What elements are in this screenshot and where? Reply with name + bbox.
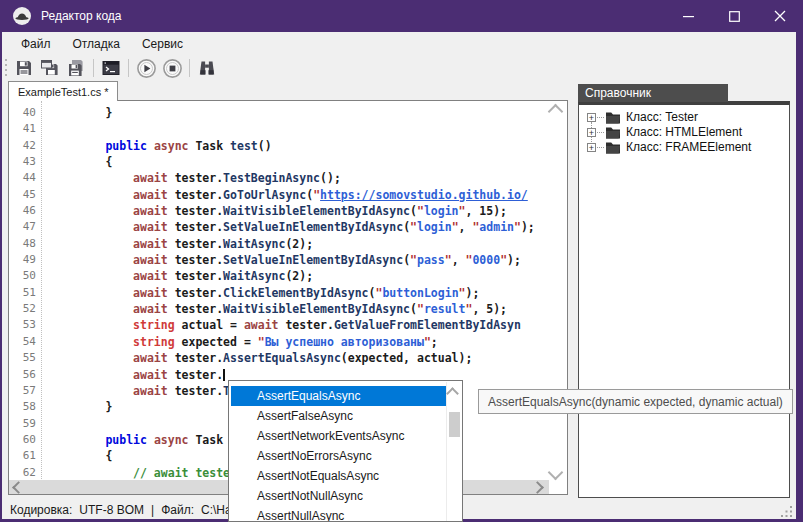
run-icon bbox=[136, 58, 157, 79]
line-number: 59 bbox=[9, 416, 41, 432]
stop-button[interactable] bbox=[159, 57, 185, 79]
autocomplete-list: AssertEqualsAsyncAssertFalseAsyncAssertN… bbox=[231, 386, 448, 522]
code-line: await tester.AssertEqualsAsync(expected,… bbox=[50, 350, 575, 366]
console-icon bbox=[101, 58, 121, 78]
toolbar bbox=[2, 56, 796, 80]
encoding-value: UTF-8 BOM bbox=[79, 503, 144, 517]
line-number: 44 bbox=[9, 170, 41, 186]
autocomplete-scrollbar[interactable] bbox=[446, 382, 461, 522]
menu-bar: ФайлОтладкаСервис bbox=[2, 32, 796, 56]
code-line: { bbox=[50, 154, 575, 170]
save-all-button[interactable] bbox=[63, 57, 89, 79]
line-number: 56 bbox=[9, 367, 41, 383]
line-number: 52 bbox=[9, 301, 41, 317]
code-line: string actual = await tester.GetValueFro… bbox=[50, 317, 575, 333]
code-line: string expected = "Вы успешно авторизова… bbox=[50, 334, 575, 350]
console-button[interactable] bbox=[98, 57, 124, 79]
document-tab[interactable]: ExampleTest1.cs * bbox=[8, 81, 118, 101]
line-number: 54 bbox=[9, 334, 41, 350]
maximize-button[interactable] bbox=[711, 0, 757, 32]
minimize-button[interactable] bbox=[665, 0, 711, 32]
close-icon bbox=[774, 10, 786, 22]
line-number: 51 bbox=[9, 285, 41, 301]
folder-icon bbox=[605, 111, 621, 124]
scroll-up-icon[interactable] bbox=[446, 387, 459, 400]
line-number: 55 bbox=[9, 350, 41, 366]
reference-panel: + Класс: Tester+ Класс: HTMLElement+ Кла… bbox=[578, 101, 790, 498]
close-button[interactable] bbox=[757, 0, 803, 32]
document-tab-label: ExampleTest1.cs * bbox=[18, 86, 108, 98]
line-number: 45 bbox=[9, 187, 41, 203]
code-line: await tester.WaitAsync(2); bbox=[50, 268, 575, 284]
resize-grip-icon[interactable] bbox=[781, 506, 793, 518]
code-line: await tester.WaitAsync(2); bbox=[50, 236, 575, 252]
save-all-icon bbox=[66, 58, 86, 78]
tree-item[interactable]: + Класс: HTMLElement bbox=[579, 125, 789, 140]
line-number: 61 bbox=[9, 448, 41, 464]
code-line: await tester.SetValueInElementByIdAsync(… bbox=[50, 219, 575, 235]
save-icon bbox=[14, 58, 34, 78]
find-icon bbox=[197, 58, 217, 78]
menu-item[interactable]: Отладка bbox=[62, 33, 131, 55]
tree-item-label: Класс: HTMLElement bbox=[626, 125, 742, 140]
line-number: 46 bbox=[9, 203, 41, 219]
run-button[interactable] bbox=[133, 57, 159, 79]
line-number: 50 bbox=[9, 268, 41, 284]
menu-item[interactable]: Сервис bbox=[131, 33, 194, 55]
tree-connector bbox=[597, 132, 604, 133]
autocomplete-item[interactable]: AssertNotEqualsAsync bbox=[231, 466, 448, 486]
app-window: Редактор кода ФайлОтладкаСервис bbox=[0, 0, 803, 522]
line-number-gutter: 4041424344454647484950515253545556575859… bbox=[9, 101, 42, 483]
toolbar-separator bbox=[189, 59, 190, 77]
code-line: await tester.WaitVisibleElementByIdAsync… bbox=[50, 203, 575, 219]
save-button[interactable] bbox=[11, 57, 37, 79]
title-bar[interactable]: Редактор кода bbox=[0, 0, 803, 32]
tree-item-label: Класс: FRAMEElement bbox=[626, 140, 751, 155]
reference-panel-header[interactable]: Справочник bbox=[578, 84, 728, 102]
line-number: 43 bbox=[9, 154, 41, 170]
toolbar-separator bbox=[93, 59, 94, 77]
toolbar-grip[interactable] bbox=[5, 59, 7, 77]
find-button[interactable] bbox=[194, 57, 220, 79]
text-caret bbox=[223, 369, 225, 381]
class-tree: + Класс: Tester+ Класс: HTMLElement+ Кла… bbox=[579, 105, 789, 155]
line-number: 60 bbox=[9, 432, 41, 448]
line-number: 58 bbox=[9, 399, 41, 415]
line-number: 48 bbox=[9, 236, 41, 252]
maximize-icon bbox=[729, 11, 740, 22]
autocomplete-item[interactable]: AssertNoErrorsAsync bbox=[231, 446, 448, 466]
expand-icon[interactable]: + bbox=[587, 113, 596, 122]
tree-item[interactable]: + Класс: Tester bbox=[579, 110, 789, 125]
code-line bbox=[50, 121, 575, 137]
expand-icon[interactable]: + bbox=[587, 128, 596, 137]
window-border-right bbox=[796, 32, 803, 522]
signature-tooltip: AssertEqualsAsync(dynamic expected, dyna… bbox=[478, 389, 793, 414]
code-line: await tester.ClickElementByIdAsync("butt… bbox=[50, 285, 575, 301]
line-number: 41 bbox=[9, 121, 41, 137]
scroll-left-icon[interactable] bbox=[12, 481, 25, 494]
line-number: 40 bbox=[9, 105, 41, 121]
window-border-left bbox=[0, 32, 2, 522]
expand-icon[interactable]: + bbox=[587, 143, 596, 152]
tree-item-label: Класс: Tester bbox=[626, 110, 698, 125]
folder-icon bbox=[605, 126, 621, 139]
scrollbar-thumb[interactable] bbox=[449, 412, 460, 437]
autocomplete-item[interactable]: AssertNetworkEventsAsync bbox=[231, 426, 448, 446]
tree-item[interactable]: + Класс: FRAMEElement bbox=[579, 140, 789, 155]
line-number: 53 bbox=[9, 317, 41, 333]
scroll-right-icon[interactable] bbox=[531, 481, 544, 494]
autocomplete-item[interactable]: AssertEqualsAsync bbox=[231, 386, 448, 406]
signature-tooltip-text: AssertEqualsAsync(dynamic expected, dyna… bbox=[488, 395, 783, 409]
code-line: await tester.WaitVisibleElementByIdAsync… bbox=[50, 301, 575, 317]
menu-item[interactable]: Файл bbox=[10, 33, 62, 55]
stop-icon bbox=[162, 58, 183, 79]
line-number: 49 bbox=[9, 252, 41, 268]
status-separator: | bbox=[151, 503, 154, 517]
encoding-label: Кодировка: bbox=[10, 503, 72, 517]
window-title: Редактор кода bbox=[41, 9, 121, 23]
autocomplete-item[interactable]: AssertNotNullAsync bbox=[231, 486, 448, 506]
save-as-button[interactable] bbox=[37, 57, 63, 79]
code-line: await tester.GoToUrlAsync("https://somov… bbox=[50, 187, 575, 203]
autocomplete-item[interactable]: AssertNullAsync bbox=[231, 506, 448, 522]
autocomplete-item[interactable]: AssertFalseAsync bbox=[231, 406, 448, 426]
